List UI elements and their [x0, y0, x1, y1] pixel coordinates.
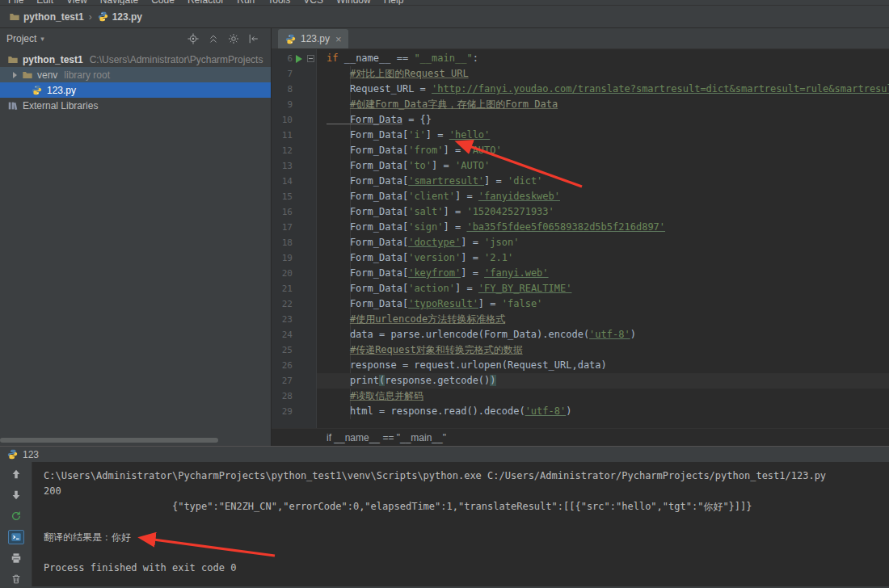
gutter-line-28[interactable]: 28 [272, 388, 316, 404]
code-token: ] = [432, 160, 455, 171]
breadcrumb-file[interactable]: 123.py [97, 10, 142, 23]
arrow-up-icon[interactable] [8, 467, 24, 481]
code-line-22[interactable]: Form_Data['typoResult'] = 'false' [317, 296, 889, 312]
editor-breadcrumb[interactable]: if __name__ == "__main__" [272, 428, 889, 446]
gutter-line-9[interactable]: 9 [272, 97, 316, 112]
menu-item-tools[interactable]: Tools [268, 0, 290, 6]
print-icon[interactable] [8, 551, 24, 565]
line-number: 20 [272, 268, 293, 279]
fold-marker-icon[interactable] [307, 55, 314, 62]
breadcrumb-project[interactable]: python_test1 [8, 10, 84, 23]
code-line-21[interactable]: Form_Data['action'] = 'FY_BY_REALTIME' [317, 281, 889, 296]
gutter-line-24[interactable]: 24 [272, 327, 316, 342]
gutter-line-19[interactable]: 19 [272, 250, 316, 266]
settings-gear-icon[interactable] [227, 33, 239, 45]
project-folder-icon [8, 10, 20, 23]
hide-panel-icon[interactable] [247, 33, 259, 45]
menu-item-view[interactable]: View [66, 0, 87, 6]
code-line-27[interactable]: print(response.getcode()) [317, 373, 889, 388]
rerun-icon[interactable] [8, 509, 24, 523]
console-icon[interactable] [8, 530, 24, 544]
arrow-down-icon[interactable] [8, 488, 24, 502]
code-line-10[interactable]: Form_Data = {} [317, 112, 889, 128]
gutter-line-8[interactable]: 8 [272, 82, 316, 97]
code-token: Form_Data[ [327, 129, 408, 141]
menu-item-edit[interactable]: Edit [36, 0, 53, 6]
project-panel-header: Project ▾ [0, 28, 271, 49]
code-line-7[interactable]: #对比上图的Request URL [317, 66, 889, 82]
gutter-line-22[interactable]: 22 [272, 296, 316, 312]
code-line-25[interactable]: #传递Request对象和转换完格式的数据 [317, 342, 889, 358]
gutter-line-13[interactable]: 13 [272, 158, 316, 174]
gutter-line-16[interactable]: 16 [272, 204, 316, 220]
code-line-24[interactable]: data = parse.urlencode(Form_Data).encode… [317, 327, 889, 342]
gutter-line-11[interactable]: 11 [272, 128, 316, 143]
code-line-17[interactable]: Form_Data['sign'] = 'ba35f5fdee5f0658938… [317, 220, 889, 235]
line-number: 26 [272, 360, 293, 371]
gutter-line-18[interactable]: 18 [272, 235, 316, 250]
code-line-13[interactable]: Form_Data['to'] = 'AUTO' [317, 158, 889, 174]
menu-item-navigate[interactable]: Navigate [100, 0, 138, 6]
locate-icon[interactable] [187, 33, 199, 45]
gutter-line-21[interactable]: 21 [272, 281, 316, 296]
tab-123py[interactable]: 123.py × [278, 29, 348, 48]
code-line-26[interactable]: response = request.urlopen(Request_URL,d… [317, 358, 889, 373]
close-tab-icon[interactable]: × [335, 33, 342, 45]
code-token [327, 344, 350, 355]
code-line-20[interactable]: Form_Data['keyfrom'] = 'fanyi.web' [317, 266, 889, 281]
editor-gutter[interactable]: 6789101112131415161718192021222324252627… [272, 49, 317, 428]
project-view-selector[interactable]: Project ▾ [6, 33, 44, 44]
tree-item-venv[interactable]: venv library root [0, 67, 271, 82]
code-token: 'hello' [449, 129, 491, 141]
gutter-line-20[interactable]: 20 [272, 266, 316, 281]
code-line-12[interactable]: Form_Data['from'] = 'AUTO' [317, 143, 889, 158]
code-line-14[interactable]: Form_Data['smartresult'] = 'dict' [317, 174, 889, 189]
code-area[interactable]: if __name__ == "__main__": #对比上图的Request… [317, 49, 889, 428]
gutter-line-12[interactable]: 12 [272, 143, 316, 158]
run-tab-label[interactable]: 123 [23, 449, 39, 460]
gutter-line-7[interactable]: 7 [272, 66, 316, 82]
gutter-line-6[interactable]: 6 [272, 51, 316, 66]
gutter-line-14[interactable]: 14 [272, 174, 316, 189]
run-console[interactable]: C:\Users\Administrator\PycharmProjects\p… [32, 462, 889, 586]
gutter-line-29[interactable]: 29 [272, 404, 316, 419]
code-line-6[interactable]: if __name__ == "__main__": [317, 51, 889, 66]
code-line-11[interactable]: Form_Data['i'] = 'hello' [317, 128, 889, 143]
gutter-line-27[interactable]: 27 [272, 373, 316, 388]
gutter-line-17[interactable]: 17 [272, 220, 316, 235]
menu-item-vcs[interactable]: VCS [303, 0, 323, 6]
run-arrow-icon[interactable] [296, 55, 302, 63]
chevron-down-icon: ▾ [40, 35, 44, 43]
code-line-15[interactable]: Form_Data['client'] = 'fanyideskweb' [317, 189, 889, 204]
code-line-18[interactable]: Form_Data['doctype'] = 'json' [317, 235, 889, 250]
collapse-all-icon[interactable] [207, 33, 219, 45]
code-line-28[interactable]: #读取信息并解码 [317, 388, 889, 404]
gutter-line-23[interactable]: 23 [272, 312, 316, 327]
tree-item-project-root[interactable]: python_test1 C:\Users\Administrator\Pych… [0, 52, 271, 67]
horizontal-scrollbar[interactable] [0, 438, 218, 443]
tree-item-external-libraries[interactable]: External Libraries [0, 98, 271, 113]
code-token: Form_Data[ [327, 283, 408, 294]
menu-item-code[interactable]: Code [151, 0, 175, 6]
chevron-right-icon[interactable] [13, 72, 17, 78]
menu-item-file[interactable]: File [8, 0, 23, 6]
code-line-9[interactable]: #创建Form_Data字典，存储上图的Form Data [317, 97, 889, 112]
menu-item-window[interactable]: Window [336, 0, 371, 6]
code-token: 'AUTO' [455, 160, 490, 171]
code-token: 'dict' [508, 175, 542, 187]
delete-icon[interactable] [8, 572, 24, 586]
code-token: #读取信息并解码 [350, 390, 423, 401]
menu-item-run[interactable]: Run [237, 0, 255, 6]
gutter-line-10[interactable]: 10 [272, 112, 316, 128]
code-line-8[interactable]: Request_URL = 'http://fanyi.youdao.com/t… [317, 82, 889, 97]
code-line-16[interactable]: Form_Data['salt'] = '1520425271933' [317, 204, 889, 220]
code-line-19[interactable]: Form_Data['version'] = '2.1' [317, 250, 889, 266]
menu-item-refactor[interactable]: Refactor [187, 0, 224, 6]
tree-item-123py[interactable]: 123.py [0, 82, 271, 98]
menu-item-help[interactable]: Help [384, 0, 404, 6]
gutter-line-26[interactable]: 26 [272, 358, 316, 373]
code-line-23[interactable]: #使用urlencode方法转换标准格式 [317, 312, 889, 327]
code-line-29[interactable]: html = response.read().decode('utf-8') [317, 404, 889, 419]
gutter-line-25[interactable]: 25 [272, 342, 316, 358]
gutter-line-15[interactable]: 15 [272, 189, 316, 204]
